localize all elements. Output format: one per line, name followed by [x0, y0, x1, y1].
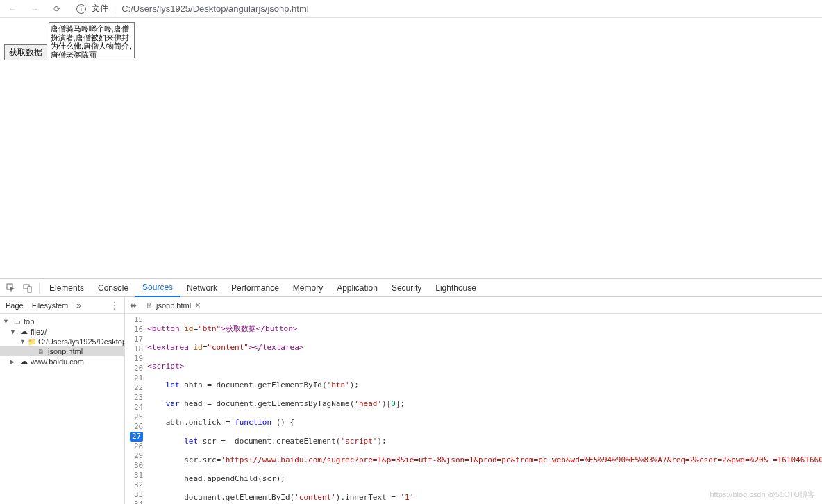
tab-lighthouse[interactable]: Lighthouse: [428, 279, 483, 297]
tree-file-jsonp[interactable]: 🗎 jsonp.html: [0, 346, 124, 356]
tab-separator: [39, 283, 40, 294]
tree-arrow-icon: ▶: [10, 358, 17, 365]
tab-application[interactable]: Application: [330, 279, 385, 297]
file-icon: 🗎: [36, 348, 46, 355]
url-text: C:/Users/lys1925/Desktop/angularjs/jsonp…: [121, 3, 309, 14]
page-content: 获取数据: [0, 18, 822, 275]
forward-button[interactable]: →: [26, 1, 43, 17]
tree-arrow-icon: ▼: [10, 328, 17, 335]
inspect-icon[interactable]: [4, 281, 18, 295]
info-icon[interactable]: i: [76, 4, 86, 14]
editor-nav-icon[interactable]: ⬌: [128, 301, 139, 310]
code-area[interactable]: 1516171819202122232425262728293031323334…: [125, 314, 822, 504]
sources-sidebar: Page Filesystem » ⋮ ▼ ▭ top ▼ ☁ file:// …: [0, 297, 125, 504]
tree-baidu[interactable]: ▶ ☁ www.baidu.com: [0, 356, 124, 367]
code-lines: <button id="btn">获取数据</button> <textarea…: [147, 314, 822, 504]
browser-toolbar: ← → ⟳ i 文件 | C:/Users/lys1925/Desktop/an…: [0, 0, 822, 18]
reload-button[interactable]: ⟳: [49, 1, 65, 17]
tree-top-label: top: [24, 317, 34, 326]
tree-arrow-icon: ▼: [3, 318, 10, 325]
back-button[interactable]: ←: [4, 1, 21, 17]
svg-rect-2: [28, 287, 31, 292]
url-divider: |: [114, 4, 116, 14]
folder-icon: 📁: [28, 338, 36, 346]
devtools-panel: Elements Console Sources Network Perform…: [0, 278, 822, 504]
editor-tab-jsonp[interactable]: 🗎 jsonp.html ×: [142, 299, 205, 312]
tree-file-label: jsonp.html: [48, 347, 83, 355]
editor-tab-label: jsonp.html: [156, 301, 191, 310]
fetch-button[interactable]: 获取数据: [4, 44, 47, 60]
devtools-body: Page Filesystem » ⋮ ▼ ▭ top ▼ ☁ file:// …: [0, 297, 822, 504]
file-icon: 🗎: [146, 301, 153, 310]
content-textarea[interactable]: [49, 22, 135, 58]
sidebar-kebab-icon[interactable]: ⋮: [110, 301, 119, 310]
sidebar-more-icon[interactable]: »: [76, 301, 81, 310]
tree-folder-label: C:/Users/lys1925/Desktop/angu: [38, 337, 124, 346]
sidebar-tab-page[interactable]: Page: [6, 299, 24, 312]
tree-origin-label: file://: [31, 328, 47, 336]
sidebar-tab-filesystem[interactable]: Filesystem: [32, 299, 69, 312]
line-numbers: 1516171819202122232425262728293031323334…: [125, 314, 147, 504]
device-icon[interactable]: [21, 281, 35, 295]
tab-sources[interactable]: Sources: [135, 279, 180, 297]
tree-file-origin[interactable]: ▼ ☁ file://: [0, 326, 124, 337]
cloud-icon: ☁: [19, 327, 28, 336]
tab-console[interactable]: Console: [91, 279, 135, 297]
address-bar[interactable]: i 文件 | C:/Users/lys1925/Desktop/angularj…: [71, 3, 818, 15]
tree-arrow-icon: ▼: [19, 338, 26, 345]
close-icon[interactable]: ×: [195, 300, 201, 310]
tree-top[interactable]: ▼ ▭ top: [0, 317, 124, 326]
url-scheme: 文件: [92, 3, 108, 15]
tree-folder[interactable]: ▼ 📁 C:/Users/lys1925/Desktop/angu: [0, 337, 124, 346]
file-tree: ▼ ▭ top ▼ ☁ file:// ▼ 📁 C:/Users/lys1925…: [0, 314, 124, 504]
tab-performance[interactable]: Performance: [224, 279, 286, 297]
editor-tabs: ⬌ 🗎 jsonp.html ×: [125, 297, 822, 314]
tab-network[interactable]: Network: [180, 279, 224, 297]
tab-security[interactable]: Security: [385, 279, 428, 297]
cloud-icon: ☁: [19, 357, 28, 366]
tree-baidu-label: www.baidu.com: [31, 358, 84, 366]
tab-memory[interactable]: Memory: [286, 279, 330, 297]
watermark: https://blog.csdn @51CTO博客: [710, 489, 815, 500]
sidebar-tabs: Page Filesystem » ⋮: [0, 297, 124, 314]
window-icon: ▭: [12, 318, 22, 326]
devtools-tabs: Elements Console Sources Network Perform…: [0, 279, 822, 297]
source-editor: ⬌ 🗎 jsonp.html × 15161718192021222324252…: [125, 297, 822, 504]
tab-elements[interactable]: Elements: [42, 279, 91, 297]
